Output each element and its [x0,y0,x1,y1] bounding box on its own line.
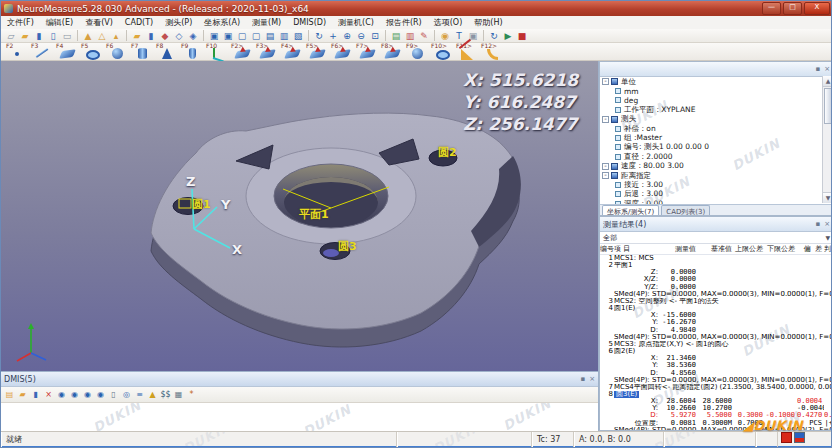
construct-cylinder-button[interactable]: F7> [355,43,380,60]
menu-item-V[interactable]: 查看(V) [79,17,119,28]
run-first-icon[interactable]: ◉ [56,389,67,400]
cost-icon[interactable]: $$ [160,389,171,400]
close-panel-icon[interactable]: × [824,65,830,73]
view-left-icon[interactable]: ▤ [264,30,276,42]
cad-entity-icon[interactable]: ◇ [173,30,185,42]
construct-projection-button[interactable]: F10> [430,43,455,60]
measure-cone-button[interactable]: F8 [155,43,180,60]
tree-expander-icon[interactable]: - [602,78,609,85]
tree-item[interactable]: 接近 : 3.00 [600,180,832,189]
result-row[interactable]: 5MCS3: 原点指定(X,Y) <- 圆1的圆心 [600,341,832,348]
result-row[interactable]: 3MCS2: 空间整列 <- 平面1的法矢 [600,298,832,305]
menu-item-CADT[interactable]: CAD(T) [119,18,159,27]
zoom-in-icon[interactable]: ⊕ [341,30,353,42]
cad-save-icon[interactable]: ▮ [145,30,157,42]
close-button[interactable]: X [804,2,830,15]
run-prev-icon[interactable]: ◉ [69,389,80,400]
view-top-icon[interactable]: ▢ [236,30,248,42]
scroll-up-icon[interactable]: ▲ [823,76,832,87]
result-row[interactable]: 1MCS1: MCS [600,255,832,262]
tree-expander-icon[interactable]: - [602,116,609,123]
menu-item-R[interactable]: 报告件(R) [380,17,428,28]
measure-point-button[interactable]: F2 [5,43,30,60]
construct-point-button[interactable]: F2> [230,43,255,60]
tree-item[interactable]: 直径 : 2.0000 [600,152,832,161]
close-panel-icon[interactable]: × [589,375,595,383]
refresh-icon[interactable]: ↻ [488,30,500,42]
result-row[interactable]: SMed(4P): STD=0.0000, MAX=0.0000(3), MIN… [600,377,832,384]
result-row[interactable]: D:5.92705.50000.3000-0.10000.42700.1270 [600,412,832,419]
menu-item-C[interactable]: 测量机(C) [332,17,380,28]
tree-item[interactable]: -测头 [600,115,832,124]
tree-item[interactable]: 编号: 测头1 0.00 0.00 0 [600,143,832,152]
tolerance-icon[interactable]: ✎ [418,30,430,42]
tree-item[interactable]: -单位 [600,77,832,86]
result-row[interactable]: SMed(4P): STD=0.0000, MAX=0.0000(3), MIN… [600,291,832,298]
result-row[interactable]: 8圆3(E) [600,391,832,398]
menu-item-P[interactable]: 测头(P) [159,17,198,28]
view-pan-icon[interactable]: + [327,30,339,42]
label-circle1[interactable]: 圆1 [192,197,211,212]
pin-icon[interactable]: ▪ [815,65,820,73]
cad-align-icon[interactable]: ◆ [159,30,171,42]
tools-icon[interactable]: * [186,389,197,400]
construct-cone-button[interactable]: F8> [380,43,405,60]
dmis-program-list[interactable]: DUKIN DUKIN DUKIN [1,403,598,431]
result-row[interactable]: X:28.600428.60000.0004 [600,398,832,405]
tree-item[interactable]: mm [600,86,832,95]
pin-icon[interactable]: ▪ [815,220,820,228]
tree-item[interactable]: 补偿 : on [600,124,832,133]
probe-calibrate-icon[interactable]: △ [96,30,108,42]
result-row[interactable]: Y:38.5360 [600,362,832,369]
chevron-down-icon[interactable]: ▼ [825,234,830,241]
view-right-icon[interactable]: ▥ [278,30,290,42]
open-folder-icon[interactable]: ▰ [19,30,31,42]
scroll-down-icon[interactable]: ▼ [823,192,832,203]
dmis-close-icon[interactable]: × [43,389,54,400]
menu-item-A[interactable]: 坐标系(A) [198,17,246,28]
tree-expander-icon[interactable]: - [602,163,609,170]
info-scrollbar[interactable]: ▲ ▼ [822,76,832,203]
label-show-icon[interactable]: ◉ [439,30,451,42]
menu-item-F[interactable]: 文件(F) [1,17,40,28]
label-circle2[interactable]: 圆2 [438,145,457,160]
run-last-icon[interactable]: ◉ [95,389,106,400]
tab-cad-list[interactable]: CAD列表(3) [661,205,710,216]
results-filter-value[interactable]: 全部 [603,233,617,243]
run-next-icon[interactable]: ◉ [82,389,93,400]
menu-item-H[interactable]: 帮助(H) [468,17,508,28]
report-print-icon[interactable]: ▥ [404,30,416,42]
run-program-icon[interactable]: ▶ [502,30,514,42]
tree-item[interactable]: -速度 : 80.00 3.00 [600,162,832,171]
measure-sphere-button[interactable]: F6 [105,43,130,60]
measure-plane-button[interactable]: F4 [55,43,80,60]
measure-cylinder-button[interactable]: F7 [130,43,155,60]
tree-item[interactable]: deg [600,96,832,105]
tree-item[interactable]: 深度 : 0.00 [600,199,832,204]
probe-change-icon[interactable]: ▴ [110,30,122,42]
cad-open-icon[interactable]: ▰ [131,30,143,42]
machine-stop-icon[interactable] [781,432,792,443]
step-mode-icon[interactable]: ▯ [108,389,119,400]
result-row[interactable]: Y/Z:0.0000 [600,284,832,291]
construct-line-button[interactable]: F3> [255,43,280,60]
result-row[interactable]: D:4.9840 [600,327,832,334]
label-plane1[interactable]: 平面1 [299,207,329,222]
zoom-out-icon[interactable]: ⊖ [355,30,367,42]
3d-viewport[interactable]: X: 515.6218 Y: 616.2487 Z: 256.1477 平面1 … [1,61,598,371]
pin-icon[interactable]: ▪ [580,375,585,383]
dmis-new-icon[interactable]: ▤ [4,389,15,400]
menu-item-M[interactable]: 测量(M) [246,17,287,28]
warning-icon[interactable]: ▲ [147,389,158,400]
tree-item[interactable]: 后退 : 3.00 [600,190,832,199]
result-row[interactable]: 7MCS4平面回转<- 距离指定(圆2) (21.3500, 38.5400, … [600,384,832,391]
result-row[interactable]: 4圆1(E) [600,305,832,312]
find-icon[interactable]: ◎ [121,389,132,400]
result-row[interactable]: D:4.8560 [600,370,832,377]
tree-expander-icon[interactable]: - [602,172,609,179]
tree-item[interactable]: 组 :Master [600,133,832,142]
minimize-button[interactable]: — [762,2,781,15]
dmis-save-icon[interactable]: ▮ [30,389,41,400]
save-icon[interactable]: ▮ [33,30,45,42]
cad-surface-icon[interactable]: ◈ [187,30,199,42]
